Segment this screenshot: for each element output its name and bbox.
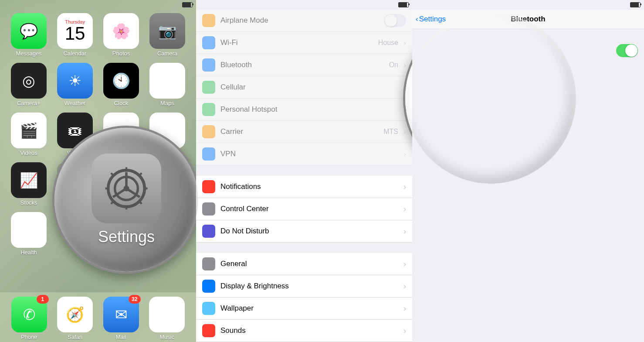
settings-app-label: Settings: [98, 228, 155, 246]
dock-app-mail[interactable]: ✉32Mail: [103, 297, 139, 340]
app-label: Camera: [157, 50, 177, 57]
settings-row-cellular[interactable]: Cellular›: [196, 76, 412, 99]
badge: 32: [129, 295, 141, 304]
settings-row-bluetooth[interactable]: BluetoothOn›: [196, 54, 412, 76]
dock: ✆1Phone🧭Safari✉32Mail♫Music: [0, 292, 196, 342]
chevron-right-icon: ›: [403, 260, 406, 269]
photos-icon: 🌸: [103, 13, 139, 49]
row-label: VPN: [220, 150, 398, 158]
chevron-right-icon: ›: [403, 227, 406, 236]
chevron-right-icon: ›: [403, 205, 406, 214]
row-icon: [202, 324, 215, 337]
settings-row-display-&-brightness[interactable]: Display & Brightness›: [196, 275, 412, 298]
settings-row-wallpaper[interactable]: Wallpaper›: [196, 298, 412, 320]
page-title: Bluetooth: [511, 15, 545, 24]
dock-app-music[interactable]: ♫Music: [149, 297, 185, 340]
row-icon: [202, 147, 215, 161]
settings-row-notifications[interactable]: Notifications›: [196, 176, 412, 198]
magnifier-settings: Settings: [52, 126, 200, 274]
app-weather[interactable]: ☀Weather: [54, 63, 96, 106]
svg-line-10: [111, 173, 114, 176]
row-label: Airplane Mode: [220, 16, 379, 25]
chevron-right-icon: ›: [403, 127, 406, 137]
app-photos[interactable]: 🌸Photos: [100, 13, 142, 57]
toggle[interactable]: [384, 14, 406, 27]
row-icon: [202, 257, 215, 270]
row-label: Notifications: [220, 182, 398, 191]
app-maps[interactable]: 🗺Maps: [146, 63, 188, 106]
safari-icon: 🧭: [57, 297, 93, 332]
chevron-left-icon: ‹: [416, 15, 418, 24]
chevron-right-icon: ›: [403, 61, 406, 70]
app-label: Videos: [20, 150, 37, 156]
app-calendar[interactable]: Thursday15Calendar: [54, 13, 96, 57]
gear-icon: [102, 164, 150, 212]
settings-row-personal-hotspot[interactable]: Personal Hotspot›: [196, 99, 412, 121]
calendar-icon: Thursday15: [57, 13, 93, 49]
app-label: Safari: [68, 334, 82, 340]
row-label: Personal Hotspot: [220, 105, 398, 114]
svg-line-11: [139, 201, 142, 204]
row-value: House: [378, 39, 398, 47]
row-icon: [202, 302, 215, 315]
battery-icon: [398, 2, 409, 7]
row-icon: [202, 58, 215, 72]
settings-row-airplane-mode[interactable]: Airplane Mode: [196, 10, 412, 32]
panel-bluetooth: 9:41 AM ‹ Settings Bluetooth Bluetooth w…: [412, 0, 644, 342]
row-label: Cellular: [220, 83, 398, 92]
back-button[interactable]: ‹ Settings: [416, 15, 446, 24]
app-clock[interactable]: 🕙Clock: [100, 63, 142, 106]
settings-row-control-center[interactable]: Control Center›: [196, 198, 412, 220]
clock-icon: 🕙: [103, 63, 139, 99]
row-icon: [202, 36, 215, 49]
settings-row-vpn[interactable]: VPN›: [196, 143, 412, 165]
row-icon: [202, 202, 215, 215]
settings-row-sounds[interactable]: Sounds›: [196, 320, 412, 342]
settings-row-do-not-disturb[interactable]: Do Not Disturb›: [196, 220, 412, 243]
messages-icon: 💬: [11, 13, 47, 49]
stocks-icon: 📈: [11, 162, 47, 198]
app-label: Camera+: [17, 100, 41, 106]
settings-row-general[interactable]: General›: [196, 253, 412, 275]
badge: 1: [37, 295, 49, 304]
music-icon: ♫: [149, 297, 185, 332]
panel-home: 9:41 AM 💬MessagesThursday15Calendar🌸Phot…: [0, 0, 196, 342]
app-label: Messages: [16, 50, 41, 57]
svg-line-13: [111, 201, 114, 204]
app-camera+[interactable]: ◎Camera+: [8, 63, 50, 106]
dock-app-safari[interactable]: 🧭Safari: [57, 297, 93, 340]
camera-icon: 📷: [149, 13, 185, 49]
app-camera[interactable]: 📷Camera: [146, 13, 188, 57]
bluetooth-toggle[interactable]: [616, 44, 638, 57]
settings-app-icon[interactable]: [92, 154, 161, 223]
chevron-right-icon: ›: [403, 182, 406, 192]
camera+-icon: ◎: [11, 63, 47, 99]
app-stocks[interactable]: 📈Stocks: [8, 162, 50, 206]
app-label: Weather: [64, 100, 86, 106]
app-label: Phone: [21, 334, 37, 340]
app-label: Clock: [114, 100, 129, 106]
row-icon: [202, 225, 215, 238]
health-icon: ♥: [11, 212, 47, 248]
chevron-right-icon: ›: [403, 282, 406, 291]
app-messages[interactable]: 💬Messages: [8, 13, 50, 57]
app-label: Calendar: [64, 50, 87, 57]
svg-line-12: [139, 173, 142, 176]
settings-row-wi-fi[interactable]: Wi-FiHouse›: [196, 32, 412, 54]
chevron-right-icon: ›: [403, 38, 406, 48]
settings-row-carrier[interactable]: CarrierMTS›: [196, 121, 412, 143]
app-health[interactable]: ♥Health: [8, 212, 50, 256]
row-value: MTS: [383, 128, 398, 136]
row-label: Control Center: [220, 205, 398, 213]
app-label: Health: [20, 249, 37, 256]
row-icon: [202, 14, 215, 27]
app-videos[interactable]: 🎬Videos: [8, 113, 50, 156]
battery-icon: [630, 2, 641, 7]
row-icon: [202, 81, 215, 94]
maps-icon: 🗺: [149, 63, 185, 99]
row-label: Carrier: [220, 127, 378, 136]
row-label: Display & Brightness: [220, 282, 398, 291]
row-icon: [202, 280, 215, 293]
nav-bar: ‹ Settings Bluetooth: [412, 10, 644, 29]
dock-app-phone[interactable]: ✆1Phone: [11, 297, 47, 340]
